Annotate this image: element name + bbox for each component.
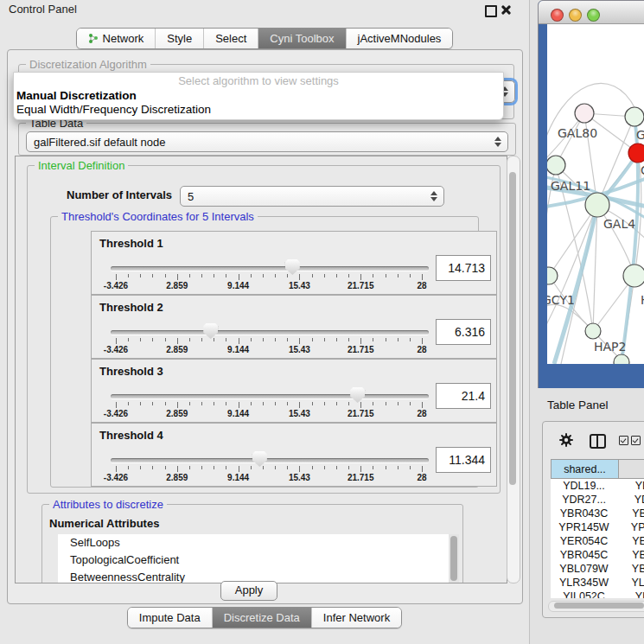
slider-tick: [251, 466, 252, 469]
network-edge-thick[interactable]: [554, 205, 597, 364]
slider-tick: [373, 274, 373, 277]
checkbox-icon[interactable]: [619, 436, 628, 445]
threshold-value-field[interactable]: 14.713: [436, 255, 491, 281]
table-row[interactable]: YIL052CYIL052C: [551, 590, 644, 598]
slider-track[interactable]: [111, 266, 429, 271]
slider-tick: [360, 466, 361, 472]
slider-track[interactable]: [111, 330, 429, 335]
slider-thumb[interactable]: [252, 451, 267, 467]
close-icon[interactable]: [501, 4, 512, 16]
table-row[interactable]: YLR345WYLR345W: [551, 576, 644, 590]
tab-label: Infer Network: [323, 611, 390, 624]
table-cell: YER054C: [617, 534, 644, 548]
attribute-item-topologicalcoefficient[interactable]: TopologicalCoefficient: [58, 552, 449, 569]
table-cell: YDR27...: [551, 493, 617, 507]
slider-track[interactable]: [111, 394, 429, 399]
table-column-header-name[interactable]: name: [619, 459, 644, 479]
slider-tick: [336, 466, 337, 469]
close-traffic-light[interactable]: [551, 9, 564, 22]
slider-tick: [201, 466, 202, 469]
network-node[interactable]: [547, 156, 565, 175]
float-window-icon[interactable]: [485, 5, 497, 17]
slider-tick: [214, 466, 214, 469]
algorithm-option-manual-discretization[interactable]: Manual Discretization: [16, 89, 501, 103]
network-node[interactable]: [575, 104, 594, 123]
table-row[interactable]: YER054CYER054C: [551, 534, 644, 548]
settings-vertical-scrollbar[interactable]: [507, 156, 520, 583]
slider-thumb[interactable]: [285, 259, 300, 275]
network-node[interactable]: [625, 107, 644, 126]
slider-tick: [312, 274, 313, 277]
split-table-icon[interactable]: [590, 434, 606, 449]
slider-tick: [348, 338, 349, 341]
table-row[interactable]: YDR27...YDR27...: [551, 493, 644, 507]
network-node[interactable]: [628, 143, 644, 163]
table-row[interactable]: YBR043CYBR043C: [551, 507, 644, 520]
tab-style[interactable]: Style: [155, 29, 203, 48]
threshold-value-field[interactable]: 6.316: [436, 319, 491, 345]
slider-thumb[interactable]: [350, 387, 365, 403]
network-node-label: GAL4: [603, 217, 635, 231]
table-row[interactable]: YBL079WYBL079W: [551, 562, 644, 576]
slider-tick-label: -3.426: [104, 345, 128, 354]
threshold-value-field[interactable]: 21.4: [436, 383, 491, 409]
tab-cyni-toolbox[interactable]: Cyni Toolbox: [258, 29, 345, 48]
tab-network[interactable]: Network: [77, 29, 156, 48]
attributes-list-scrollbar[interactable]: [449, 534, 459, 583]
zoom-traffic-light[interactable]: [587, 9, 600, 22]
slider-tick: [239, 402, 239, 408]
table-column-header-shared-[interactable]: shared...: [551, 459, 619, 479]
algorithm-option-equal-width-frequency-discretization[interactable]: Equal Width/Frequency Discretization: [16, 103, 501, 117]
gear-icon[interactable]: [559, 433, 573, 447]
table-cell: YLR345W: [551, 576, 617, 590]
table-cell: YBR045C: [551, 548, 617, 562]
slider-tick: [214, 402, 214, 405]
network-node[interactable]: [547, 267, 558, 284]
tab-label: Select: [215, 32, 246, 45]
network-canvas[interactable]: GAL80GACGAL11GAL4GCY1HHAP2: [547, 24, 644, 364]
slider-thumb[interactable]: [203, 323, 218, 339]
interval-definition-title: Interval Definition: [35, 159, 128, 172]
tab-infer-network[interactable]: Infer Network: [311, 608, 401, 628]
apply-button[interactable]: Apply: [220, 581, 277, 601]
slider-track[interactable]: [111, 458, 429, 462]
table-panel-window: shared...name YDL19...YDL19...YDR27...YD…: [542, 421, 644, 618]
slider-tick: [116, 402, 117, 408]
slider-tick-label: 2.859: [166, 281, 188, 290]
tab-jactivemnodules[interactable]: jActiveMNodules: [346, 29, 453, 48]
combo-arrows-icon: [494, 132, 501, 151]
slider-tick: [275, 274, 276, 277]
network-node[interactable]: [585, 193, 609, 217]
table-cell: YDL19...: [551, 479, 617, 493]
network-node[interactable]: [614, 354, 629, 364]
network-edge[interactable]: [597, 117, 634, 205]
slider-tick-label: 28: [417, 281, 426, 290]
checkbox-icon[interactable]: [631, 436, 641, 445]
slider-tick: [386, 402, 386, 405]
attribute-item-selfloops[interactable]: SelfLoops: [58, 534, 449, 552]
table-horizontal-scrollbar[interactable]: [548, 601, 644, 612]
numerical-attributes-list[interactable]: SelfLoopsTopologicalCoefficientBetweenne…: [58, 534, 449, 583]
slider-tick: [287, 338, 288, 341]
table-row[interactable]: YDL19...YDL19...: [551, 479, 644, 493]
slider-tick: [251, 338, 252, 341]
slider-tick: [128, 338, 129, 341]
table-data-combobox[interactable]: galFiltered.sif default node: [26, 131, 508, 152]
tab-discretize-data[interactable]: Discretize Data: [212, 608, 311, 628]
tab-impute-data[interactable]: Impute Data: [128, 608, 212, 628]
minimize-traffic-light[interactable]: [569, 9, 582, 22]
number-of-intervals-spinner[interactable]: 5: [180, 186, 444, 207]
slider-tick: [226, 402, 226, 405]
slider-tick-label: -3.426: [104, 409, 128, 418]
network-node[interactable]: [585, 323, 601, 339]
slider-tick: [336, 402, 337, 405]
network-node[interactable]: [623, 265, 644, 287]
threshold-label: Threshold 2: [99, 301, 163, 314]
threshold-value-field[interactable]: 11.344: [436, 447, 491, 473]
table-row[interactable]: YBR045CYBR045C: [551, 548, 644, 562]
network-view-window: GAL80GACGAL11GAL4GCY1HHAP2: [538, 0, 644, 390]
table-row[interactable]: YPR145WYPR145W: [551, 520, 644, 534]
slider-tick: [177, 274, 178, 280]
tab-select[interactable]: Select: [203, 29, 258, 48]
table-cell: YLR345W: [617, 576, 644, 590]
